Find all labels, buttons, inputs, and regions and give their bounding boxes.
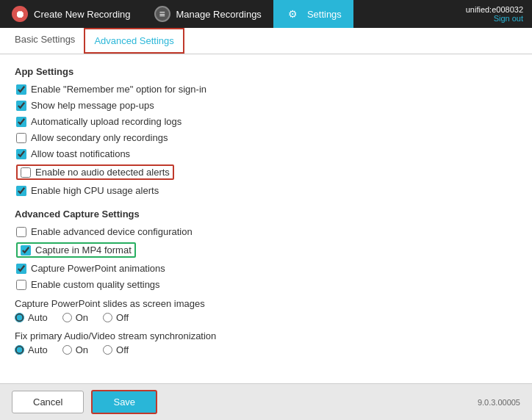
checkbox-toast-notifications[interactable]: Allow toast notifications (15, 148, 517, 160)
username: unified:e008032 (466, 5, 523, 14)
checkbox-remember-me-label: Enable "Remember me" option for sign-in (31, 84, 206, 95)
subtab-advanced[interactable]: Advanced Settings (84, 28, 184, 54)
checkbox-high-cpu-label: Enable high CPU usage alerts (31, 185, 159, 196)
slides-off-radio[interactable] (103, 313, 112, 322)
settings-icon: ⚙ (285, 6, 301, 22)
av-radio-group: Auto On Off (15, 344, 517, 355)
av-auto-label: Auto (28, 344, 48, 355)
av-off-radio[interactable] (103, 345, 112, 355)
checkbox-toast-label: Allow toast notifications (31, 148, 130, 159)
checkbox-advanced-device-input[interactable] (16, 227, 26, 237)
checkbox-help-popup-input[interactable] (16, 101, 26, 111)
av-off-option[interactable]: Off (103, 344, 129, 355)
save-button[interactable]: Save (91, 390, 157, 414)
settings-content: App Settings Enable "Remember me" option… (0, 54, 532, 383)
capture-mp4-highlight: Capture in MP4 format (16, 242, 136, 258)
subtab-bar: Basic Settings Advanced Settings (0, 28, 532, 54)
checkbox-no-audio-alerts[interactable]: Enable no audio detected alerts (15, 164, 517, 181)
av-on-option[interactable]: On (62, 344, 88, 355)
slides-radio-group: Auto On Off (15, 312, 517, 323)
tab-settings-label: Settings (307, 9, 342, 20)
checkbox-custom-quality[interactable]: Enable custom quality settings (15, 278, 517, 291)
checkbox-auto-upload-label: Automatically upload recording logs (31, 116, 181, 127)
checkbox-secondary-only-input[interactable] (16, 133, 26, 143)
checkbox-no-audio-label: Enable no audio detected alerts (35, 167, 170, 178)
av-off-label: Off (116, 344, 129, 355)
slides-radio-label: Capture PowerPoint slides as screen imag… (15, 298, 517, 309)
tab-settings[interactable]: ⚙ Settings (273, 0, 353, 28)
checkbox-auto-upload[interactable]: Automatically upload recording logs (15, 115, 517, 128)
slides-on-option[interactable]: On (62, 312, 88, 323)
checkbox-remember-me-input[interactable] (16, 84, 26, 95)
av-on-radio[interactable] (62, 345, 72, 355)
checkbox-toast-input[interactable] (16, 149, 26, 159)
no-audio-highlight: Enable no audio detected alerts (16, 164, 174, 180)
version-label: 9.0.3.00005 (478, 398, 520, 407)
checkbox-advanced-device-label: Enable advanced device configuration (31, 226, 193, 237)
slides-on-label: On (76, 312, 88, 323)
tab-manage-recordings[interactable]: ≡ Manage Recordings (143, 0, 273, 28)
checkbox-auto-upload-input[interactable] (16, 117, 26, 127)
capture-settings-heading: Advanced Capture Settings (15, 209, 517, 220)
checkbox-capture-ppt-input[interactable] (16, 264, 26, 274)
checkbox-high-cpu-input[interactable] (16, 186, 26, 196)
slides-auto-label: Auto (28, 312, 48, 323)
subtab-basic[interactable]: Basic Settings (6, 28, 84, 54)
av-auto-radio[interactable] (15, 345, 24, 355)
checkbox-capture-mp4-label: Capture in MP4 format (35, 245, 132, 256)
record-icon: ⏺ (12, 6, 28, 22)
checkbox-advanced-device[interactable]: Enable advanced device configuration (15, 225, 517, 238)
slides-off-option[interactable]: Off (103, 312, 129, 323)
tab-manage-label: Manage Recordings (176, 9, 262, 20)
checkbox-help-popup-label: Show help message pop-ups (31, 100, 154, 111)
app-header: ⏺ Create New Recording ≡ Manage Recordin… (0, 0, 532, 28)
checkbox-custom-quality-label: Enable custom quality settings (31, 279, 160, 290)
user-info: unified:e008032 Sign out (457, 0, 532, 28)
av-on-label: On (76, 344, 88, 355)
tab-create-label: Create New Recording (34, 9, 131, 20)
checkbox-secondary-only[interactable]: Allow secondary only recordings (15, 131, 517, 144)
checkbox-help-popup[interactable]: Show help message pop-ups (15, 99, 517, 112)
checkbox-capture-mp4[interactable]: Capture in MP4 format (15, 242, 517, 258)
slides-off-label: Off (116, 312, 129, 323)
slides-auto-radio[interactable] (15, 313, 24, 322)
manage-icon: ≡ (154, 6, 170, 22)
tab-create-recording[interactable]: ⏺ Create New Recording (0, 0, 143, 28)
checkbox-high-cpu[interactable]: Enable high CPU usage alerts (15, 184, 517, 197)
footer: Cancel Save 9.0.3.00005 (0, 383, 532, 420)
checkbox-secondary-only-label: Allow secondary only recordings (31, 132, 168, 143)
checkbox-remember-me[interactable]: Enable "Remember me" option for sign-in (15, 83, 517, 95)
av-auto-option[interactable]: Auto (15, 344, 48, 355)
checkbox-capture-mp4-input[interactable] (21, 245, 31, 256)
av-radio-label: Fix primary Audio/Video stream synchroni… (15, 330, 517, 341)
app-settings-heading: App Settings (15, 66, 517, 77)
signout-link[interactable]: Sign out (494, 14, 523, 23)
checkbox-custom-quality-input[interactable] (16, 280, 26, 290)
slides-on-radio[interactable] (62, 313, 72, 322)
checkbox-capture-powerpoint[interactable]: Capture PowerPoint animations (15, 262, 517, 275)
cancel-button[interactable]: Cancel (12, 391, 84, 413)
checkbox-capture-ppt-label: Capture PowerPoint animations (31, 263, 165, 274)
checkbox-no-audio-input[interactable] (21, 167, 31, 178)
slides-auto-option[interactable]: Auto (15, 312, 48, 323)
